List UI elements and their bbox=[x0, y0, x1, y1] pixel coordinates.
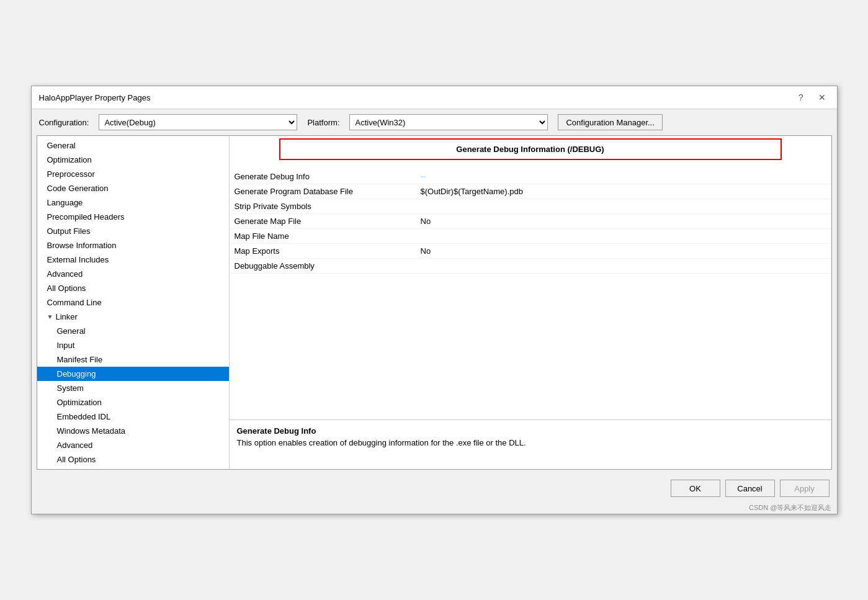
property-row-5[interactable]: Map ExportsNo bbox=[230, 244, 831, 259]
property-row-1[interactable]: Generate Program Database File$(OutDir)$… bbox=[230, 184, 831, 199]
close-button[interactable]: ✕ bbox=[815, 91, 830, 104]
ok-button[interactable]: OK bbox=[671, 480, 720, 497]
cancel-button[interactable]: Cancel bbox=[725, 480, 775, 497]
sidebar-item-language-4[interactable]: Language bbox=[37, 195, 229, 210]
property-row-4[interactable]: Map File Name bbox=[230, 229, 831, 244]
configuration-select[interactable]: Active(Debug) bbox=[99, 114, 297, 130]
property-row-3[interactable]: Generate Map FileNo bbox=[230, 214, 831, 229]
sidebar-item-browse-information-7[interactable]: Browse Information bbox=[37, 238, 229, 253]
property-name-2: Strip Private Symbols bbox=[235, 202, 421, 211]
property-name-1: Generate Program Database File bbox=[235, 187, 421, 196]
property-value-1: $(OutDir)$(TargetName).pdb bbox=[421, 187, 523, 196]
sidebar-item-system-17[interactable]: System bbox=[37, 381, 229, 395]
title-bar-controls: ? ✕ bbox=[795, 91, 830, 104]
description-panel: Generate Debug Info This option enables … bbox=[230, 419, 831, 469]
property-row-2[interactable]: Strip Private Symbols bbox=[230, 199, 831, 214]
description-title: Generate Debug Info bbox=[237, 426, 824, 436]
watermark: CSDN @等风来不如迎风走 bbox=[32, 502, 837, 514]
dialog-window: HaloAppPlayer Property Pages ? ✕ Configu… bbox=[31, 86, 838, 514]
title-bar: HaloAppPlayer Property Pages ? ✕ bbox=[32, 86, 837, 109]
sidebar-item-command-line-11[interactable]: Command Line bbox=[37, 295, 229, 310]
property-name-5: Map Exports bbox=[235, 246, 421, 256]
help-button[interactable]: ? bbox=[795, 91, 807, 104]
sidebar-item-advanced-21[interactable]: Advanced bbox=[37, 438, 229, 452]
sidebar-item-input-14[interactable]: Input bbox=[37, 338, 229, 352]
dialog-footer: OK Cancel Apply bbox=[32, 475, 837, 502]
platform-label: Platform: bbox=[307, 118, 339, 127]
property-value-3: No bbox=[421, 217, 431, 226]
sidebar-item-manifest-file-15[interactable]: Manifest File bbox=[37, 352, 229, 367]
config-label: Configuration: bbox=[39, 118, 89, 127]
description-text: This option enables creation of debuggin… bbox=[237, 438, 824, 447]
sidebar-item-code-generation-3[interactable]: Code Generation bbox=[37, 181, 229, 195]
sidebar-category-linker[interactable]: ▼Linker bbox=[37, 310, 229, 324]
sidebar-item-advanced-9[interactable]: Advanced bbox=[37, 267, 229, 281]
main-content: GeneralOptimizationPreprocessorCode Gene… bbox=[37, 135, 832, 470]
property-name-4: Map File Name bbox=[235, 231, 421, 241]
config-manager-button[interactable]: Configuration Manager... bbox=[558, 114, 662, 130]
sidebar-item-precompiled-headers-5[interactable]: Precompiled Headers bbox=[37, 210, 229, 224]
platform-select[interactable]: Active(Win32) bbox=[349, 114, 548, 130]
sidebar-item-all-options-10[interactable]: All Options bbox=[37, 281, 229, 295]
property-row-6[interactable]: Debuggable Assembly bbox=[230, 259, 831, 274]
sidebar-item-all-options-22[interactable]: All Options bbox=[37, 452, 229, 467]
sidebar-item-optimization-1[interactable]: Optimization bbox=[37, 153, 229, 167]
apply-button[interactable]: Apply bbox=[780, 480, 830, 497]
dialog-title: HaloAppPlayer Property Pages bbox=[39, 93, 151, 102]
sidebar-item-external-includes-8[interactable]: External Includes bbox=[37, 253, 229, 267]
title-bar-left: HaloAppPlayer Property Pages bbox=[39, 93, 151, 102]
sidebar-item-windows-metadata-20[interactable]: Windows Metadata bbox=[37, 424, 229, 438]
right-panel: Generate Debug Information (/DEBUG) Gene… bbox=[230, 136, 831, 469]
sidebar-item-optimization-18[interactable]: Optimization bbox=[37, 395, 229, 410]
collapse-triangle: ▼ bbox=[47, 313, 53, 320]
properties-table: Generate Debug Information (/DEBUG) Gene… bbox=[230, 136, 831, 419]
property-row-0[interactable]: Generate Debug Info bbox=[230, 169, 831, 184]
property-value-5: No bbox=[421, 246, 431, 256]
sidebar-category-label: Linker bbox=[55, 312, 77, 321]
sidebar-item-general-0[interactable]: General bbox=[37, 138, 229, 153]
sidebar-item-debugging-16[interactable]: Debugging bbox=[37, 367, 229, 381]
sidebar-item-preprocessor-2[interactable]: Preprocessor bbox=[37, 167, 229, 181]
property-name-6: Debuggable Assembly bbox=[235, 261, 421, 271]
property-name-0: Generate Debug Info bbox=[235, 172, 421, 181]
config-row: Configuration: Active(Debug) Platform: A… bbox=[32, 109, 837, 135]
property-value-0 bbox=[421, 176, 426, 177]
sidebar: GeneralOptimizationPreprocessorCode Gene… bbox=[37, 136, 230, 469]
sidebar-item-general-13[interactable]: General bbox=[37, 324, 229, 338]
sidebar-item-embedded-idl-19[interactable]: Embedded IDL bbox=[37, 410, 229, 424]
sidebar-item-output-files-6[interactable]: Output Files bbox=[37, 224, 229, 238]
property-name-3: Generate Map File bbox=[235, 217, 421, 226]
